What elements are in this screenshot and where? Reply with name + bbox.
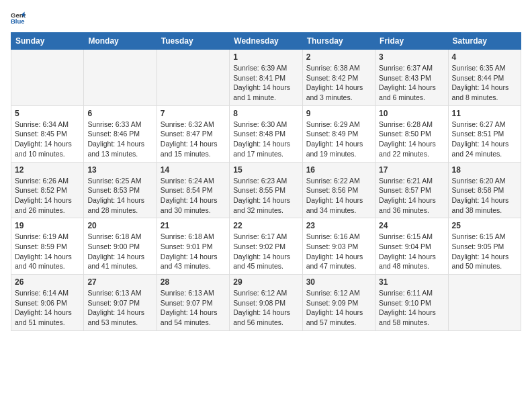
day-number: 5 xyxy=(15,109,80,118)
cell-text: Sunrise: 6:25 AM xyxy=(87,176,152,186)
cell-text: Sunset: 8:48 PM xyxy=(233,129,298,139)
calendar-cell: 1Sunrise: 6:39 AMSunset: 8:41 PMDaylight… xyxy=(230,50,302,106)
cell-text: Sunrise: 6:30 AM xyxy=(233,120,298,130)
cell-text: and 53 minutes. xyxy=(87,318,152,328)
cell-text: Sunset: 9:07 PM xyxy=(161,298,226,308)
calendar-week-row: 26Sunrise: 6:14 AMSunset: 9:06 PMDayligh… xyxy=(11,275,521,331)
cell-text: Daylight: 14 hours xyxy=(306,195,371,205)
cell-text: Sunrise: 6:39 AM xyxy=(233,63,298,73)
calendar-cell: 21Sunrise: 6:18 AMSunset: 9:01 PMDayligh… xyxy=(157,218,229,275)
cell-text: Sunrise: 6:18 AM xyxy=(161,232,226,242)
cell-text: Sunset: 9:01 PM xyxy=(161,242,226,252)
day-number: 30 xyxy=(306,277,371,287)
cell-text: Sunset: 9:04 PM xyxy=(379,242,444,252)
cell-text: Sunrise: 6:16 AM xyxy=(306,232,371,242)
day-number: 26 xyxy=(15,277,80,287)
day-number: 14 xyxy=(161,165,226,175)
cell-text: Sunset: 8:46 PM xyxy=(87,129,152,139)
day-number: 9 xyxy=(306,109,371,118)
day-number: 10 xyxy=(379,109,444,118)
calendar-cell: 14Sunrise: 6:24 AMSunset: 8:54 PMDayligh… xyxy=(157,162,229,218)
calendar-cell: 11Sunrise: 6:27 AMSunset: 8:51 PMDayligh… xyxy=(448,105,521,162)
day-number: 3 xyxy=(379,52,444,62)
cell-text: Daylight: 14 hours xyxy=(379,83,444,93)
day-number: 2 xyxy=(306,52,371,62)
cell-text: Sunrise: 6:27 AM xyxy=(452,120,517,130)
cell-text: Daylight: 14 hours xyxy=(452,252,517,262)
calendar-cell: 29Sunrise: 6:12 AMSunset: 9:08 PMDayligh… xyxy=(230,275,302,331)
cell-text: and 54 minutes. xyxy=(161,318,226,328)
cell-text: Daylight: 14 hours xyxy=(233,139,298,149)
cell-text: Daylight: 14 hours xyxy=(233,195,298,205)
cell-text: Sunrise: 6:11 AM xyxy=(379,288,444,298)
cell-text: Daylight: 14 hours xyxy=(87,308,152,318)
cell-text: and 17 minutes. xyxy=(233,149,298,159)
cell-text: Daylight: 14 hours xyxy=(306,308,371,318)
cell-text: and 13 minutes. xyxy=(87,149,152,159)
cell-text: Sunrise: 6:37 AM xyxy=(379,63,444,73)
cell-text: Daylight: 14 hours xyxy=(233,83,298,93)
day-number: 28 xyxy=(161,277,226,287)
cell-text: and 38 minutes. xyxy=(452,205,517,216)
day-number: 27 xyxy=(87,277,152,287)
cell-text: Sunrise: 6:22 AM xyxy=(306,176,371,186)
calendar-cell: 8Sunrise: 6:30 AMSunset: 8:48 PMDaylight… xyxy=(230,105,302,162)
calendar-cell: 17Sunrise: 6:21 AMSunset: 8:57 PMDayligh… xyxy=(375,162,448,218)
day-number: 15 xyxy=(233,165,298,175)
calendar-cell: 7Sunrise: 6:32 AMSunset: 8:47 PMDaylight… xyxy=(157,105,229,162)
cell-text: Daylight: 14 hours xyxy=(15,308,80,318)
cell-text: Daylight: 14 hours xyxy=(161,139,226,149)
calendar-cell: 27Sunrise: 6:13 AMSunset: 9:07 PMDayligh… xyxy=(84,275,157,331)
calendar-cell: 10Sunrise: 6:28 AMSunset: 8:50 PMDayligh… xyxy=(375,105,448,162)
calendar-week-row: 19Sunrise: 6:19 AMSunset: 8:59 PMDayligh… xyxy=(11,218,521,275)
day-number: 19 xyxy=(15,221,80,230)
header-tuesday: Tuesday xyxy=(157,33,229,50)
cell-text: Sunrise: 6:12 AM xyxy=(233,288,298,298)
calendar-cell: 5Sunrise: 6:34 AMSunset: 8:45 PMDaylight… xyxy=(11,105,84,162)
cell-text: and 50 minutes. xyxy=(452,261,517,271)
day-number: 11 xyxy=(452,109,517,118)
header-friday: Friday xyxy=(375,33,448,50)
page-header: General Blue xyxy=(11,11,521,26)
cell-text: and 19 minutes. xyxy=(306,149,371,159)
cell-text: Sunset: 9:06 PM xyxy=(15,298,80,308)
calendar-cell: 20Sunrise: 6:18 AMSunset: 9:00 PMDayligh… xyxy=(84,218,157,275)
cell-text: Sunset: 8:49 PM xyxy=(306,129,371,139)
calendar-cell: 16Sunrise: 6:22 AMSunset: 8:56 PMDayligh… xyxy=(302,162,375,218)
cell-text: and 56 minutes. xyxy=(233,318,298,328)
logo: General Blue xyxy=(11,11,28,26)
cell-text: Sunrise: 6:17 AM xyxy=(233,232,298,242)
cell-text: and 43 minutes. xyxy=(161,261,226,271)
calendar-cell: 18Sunrise: 6:20 AMSunset: 8:58 PMDayligh… xyxy=(448,162,521,218)
day-number: 24 xyxy=(379,221,444,230)
cell-text: and 8 minutes. xyxy=(452,93,517,103)
cell-text: Daylight: 14 hours xyxy=(87,139,152,149)
cell-text: Sunset: 8:58 PM xyxy=(452,185,517,195)
day-number: 31 xyxy=(379,277,444,287)
day-number: 25 xyxy=(452,221,517,230)
cell-text: and 57 minutes. xyxy=(306,318,371,328)
cell-text: Sunset: 9:07 PM xyxy=(87,298,152,308)
cell-text: Sunset: 9:03 PM xyxy=(306,242,371,252)
cell-text: Sunset: 8:59 PM xyxy=(15,242,80,252)
cell-text: Sunrise: 6:14 AM xyxy=(15,288,80,298)
cell-text: Sunrise: 6:15 AM xyxy=(452,232,517,242)
cell-text: Daylight: 14 hours xyxy=(87,252,152,262)
day-number: 13 xyxy=(87,165,152,175)
cell-text: and 58 minutes. xyxy=(379,318,444,328)
calendar-cell: 19Sunrise: 6:19 AMSunset: 8:59 PMDayligh… xyxy=(11,218,84,275)
cell-text: Sunrise: 6:23 AM xyxy=(233,176,298,186)
day-number: 8 xyxy=(233,109,298,118)
day-number: 1 xyxy=(233,52,298,62)
day-number: 20 xyxy=(87,221,152,230)
cell-text: Sunset: 8:47 PM xyxy=(161,129,226,139)
cell-text: Daylight: 14 hours xyxy=(233,252,298,262)
cell-text: Sunrise: 6:35 AM xyxy=(452,63,517,73)
cell-text: and 6 minutes. xyxy=(379,93,444,103)
cell-text: Daylight: 14 hours xyxy=(452,139,517,149)
day-number: 17 xyxy=(379,165,444,175)
cell-text: Sunset: 8:54 PM xyxy=(161,185,226,195)
cell-text: and 51 minutes. xyxy=(15,318,80,328)
calendar-cell: 24Sunrise: 6:15 AMSunset: 9:04 PMDayligh… xyxy=(375,218,448,275)
cell-text: Sunrise: 6:19 AM xyxy=(15,232,80,242)
